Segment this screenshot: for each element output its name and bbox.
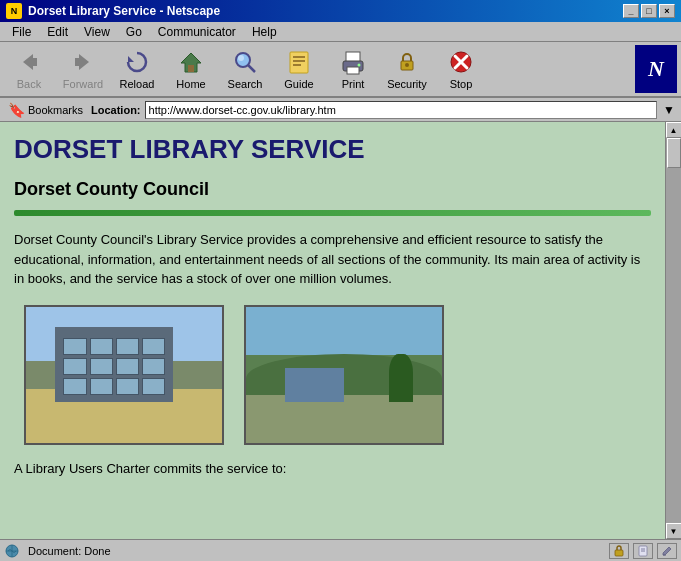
menu-help[interactable]: Help — [244, 23, 285, 41]
security-icon — [393, 48, 421, 76]
svg-point-9 — [238, 55, 244, 61]
security-button[interactable]: Security — [382, 45, 432, 93]
window-pane — [90, 358, 113, 375]
countryside-photo-bg — [246, 307, 442, 443]
title-bar-left: N Dorset Library Service - Netscape — [6, 3, 220, 19]
window-pane — [142, 358, 165, 375]
scroll-down-button[interactable]: ▼ — [666, 523, 682, 539]
page-title: DORSET LIBRARY SERVICE — [14, 134, 651, 165]
reload-icon — [123, 48, 151, 76]
bookmark-icon: 🔖 — [8, 102, 25, 118]
status-indicator-3 — [657, 543, 677, 559]
forward-label: Forward — [63, 78, 103, 90]
reload-button[interactable]: Reload — [112, 45, 162, 93]
location-label: Location: — [91, 104, 141, 116]
bookmarks-label: Bookmarks — [28, 104, 83, 116]
location-go-button[interactable]: ▼ — [661, 101, 677, 119]
toolbar: Back Forward Reload Home — [0, 42, 681, 98]
stop-icon — [447, 48, 475, 76]
window-pane — [63, 358, 86, 375]
svg-marker-0 — [23, 54, 33, 70]
guide-label: Guide — [284, 78, 313, 90]
svg-rect-10 — [290, 52, 308, 73]
location-bar: 🔖 Bookmarks Location: ▼ — [0, 98, 681, 122]
window-pane — [63, 378, 86, 395]
location-input[interactable] — [145, 101, 658, 119]
building-photo-bg — [26, 307, 222, 443]
scroll-track[interactable] — [666, 138, 681, 523]
charter-text: A Library Users Charter commits the serv… — [14, 461, 651, 476]
app-icon: N — [6, 3, 22, 19]
svg-rect-26 — [615, 550, 623, 556]
svg-rect-6 — [188, 65, 194, 72]
countryside-building — [285, 368, 344, 402]
svg-rect-3 — [75, 58, 79, 66]
window-pane — [142, 338, 165, 355]
security-label: Security — [387, 78, 427, 90]
window-pane — [90, 378, 113, 395]
window-controls[interactable]: _ □ × — [623, 4, 675, 18]
status-indicator-2 — [633, 543, 653, 559]
content-area: DORSET LIBRARY SERVICE Dorset County Cou… — [0, 122, 665, 539]
home-icon — [177, 48, 205, 76]
status-earth-icon — [4, 543, 20, 559]
svg-marker-4 — [128, 56, 134, 62]
menu-view[interactable]: View — [76, 23, 118, 41]
svg-point-17 — [358, 64, 361, 67]
print-button[interactable]: Print — [328, 45, 378, 93]
menu-communicator[interactable]: Communicator — [150, 23, 244, 41]
forward-button[interactable]: Forward — [58, 45, 108, 93]
menu-edit[interactable]: Edit — [39, 23, 76, 41]
window-pane — [63, 338, 86, 355]
back-label: Back — [17, 78, 41, 90]
menu-file[interactable]: File — [4, 23, 39, 41]
back-icon — [15, 48, 43, 76]
back-button[interactable]: Back — [4, 45, 54, 93]
window-title: Dorset Library Service - Netscape — [28, 4, 220, 18]
close-button[interactable]: × — [659, 4, 675, 18]
scroll-up-button[interactable]: ▲ — [666, 122, 682, 138]
maximize-button[interactable]: □ — [641, 4, 657, 18]
svg-point-19 — [405, 63, 409, 67]
status-indicator-1 — [609, 543, 629, 559]
countryside-tree — [389, 354, 413, 402]
window-pane — [116, 358, 139, 375]
window-pane — [90, 338, 113, 355]
body-text: Dorset County Council's Library Service … — [14, 230, 651, 289]
scroll-thumb[interactable] — [667, 138, 681, 168]
svg-line-8 — [248, 65, 255, 72]
home-button[interactable]: Home — [166, 45, 216, 93]
stop-button[interactable]: Stop — [436, 45, 486, 93]
guide-button[interactable]: Guide — [274, 45, 324, 93]
home-label: Home — [176, 78, 205, 90]
search-icon — [231, 48, 259, 76]
status-right-icons — [609, 543, 677, 559]
forward-icon — [69, 48, 97, 76]
search-button[interactable]: Search — [220, 45, 270, 93]
stop-label: Stop — [450, 78, 473, 90]
guide-icon — [285, 48, 313, 76]
page-subtitle: Dorset County Council — [14, 179, 651, 200]
reload-label: Reload — [120, 78, 155, 90]
svg-marker-2 — [79, 54, 89, 70]
status-text: Document: Done — [24, 545, 605, 557]
status-bar: Document: Done — [0, 539, 681, 561]
print-icon — [339, 48, 367, 76]
scrollbar[interactable]: ▲ ▼ — [665, 122, 681, 539]
print-label: Print — [342, 78, 365, 90]
status-doc-icon — [636, 544, 650, 558]
minimize-button[interactable]: _ — [623, 4, 639, 18]
bookmarks-button[interactable]: 🔖 Bookmarks — [4, 101, 87, 119]
building-windows — [59, 334, 169, 399]
svg-rect-16 — [347, 67, 359, 74]
countryside-library-image — [244, 305, 444, 445]
window-pane — [116, 338, 139, 355]
search-label: Search — [228, 78, 263, 90]
title-bar: N Dorset Library Service - Netscape _ □ … — [0, 0, 681, 22]
content-wrapper: DORSET LIBRARY SERVICE Dorset County Cou… — [0, 122, 681, 539]
window-pane — [142, 378, 165, 395]
status-edit-icon — [660, 544, 674, 558]
images-row — [14, 305, 651, 445]
status-security-icon — [612, 544, 626, 558]
menu-go[interactable]: Go — [118, 23, 150, 41]
